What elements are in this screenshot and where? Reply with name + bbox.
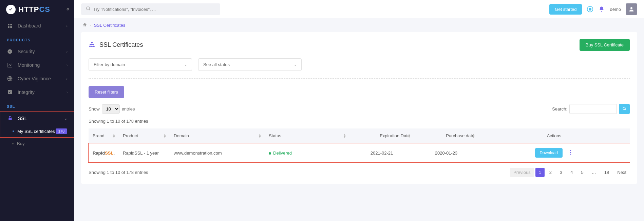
filter-status-select[interactable]: See all status ⌄ (198, 58, 302, 71)
reset-filters-button[interactable]: Reset filters (89, 86, 124, 98)
svg-point-16 (623, 107, 625, 109)
chevron-right-icon: › (67, 50, 68, 54)
pagination-page-2[interactable]: 2 (546, 168, 555, 177)
buy-ssl-button[interactable]: Buy SSL Certificate (580, 39, 630, 51)
download-button[interactable]: Download (535, 148, 563, 158)
svg-rect-0 (8, 24, 10, 25)
row-menu-icon[interactable]: ⋮ (568, 149, 573, 156)
svg-point-15 (93, 45, 95, 47)
check-square-icon (7, 89, 13, 95)
pagination-next[interactable]: Next (614, 168, 630, 177)
sidebar-section-ssl: SSL (0, 99, 74, 111)
status-text: Delivered (273, 150, 292, 156)
sidebar-item-dashboard[interactable]: Dashboard › (0, 19, 74, 33)
chevron-down-icon: ⌄ (184, 63, 187, 66)
sidebar-item-monitoring[interactable]: Monitoring › (0, 58, 74, 72)
sort-icon: ▲▼ (112, 134, 115, 138)
filter-domain-select[interactable]: Filter by domain ⌄ (89, 58, 192, 71)
svg-rect-1 (10, 24, 12, 25)
cell-purchase: 2020-01-23 (414, 143, 478, 163)
chevron-right-icon: › (67, 91, 68, 94)
collapse-sidebar-icon[interactable] (66, 7, 71, 13)
notifications-icon[interactable] (598, 6, 605, 13)
sidebar: HTTPCS Dashboard › PRODUCTS Security › M (0, 0, 74, 221)
pagination-page-5[interactable]: 5 (578, 168, 587, 177)
divider (89, 78, 630, 79)
sort-icon: ▲▼ (472, 134, 475, 138)
topbar: Get started démo (74, 0, 644, 18)
table-search-input[interactable] (569, 104, 617, 114)
svg-rect-3 (10, 26, 12, 28)
chevron-right-icon: › (67, 24, 68, 28)
column-header-purchase[interactable]: Purchase date▲▼ (414, 128, 478, 143)
pagination-page-last[interactable]: 18 (601, 168, 612, 177)
pagination-previous[interactable]: Previous (510, 168, 534, 177)
cell-product: RapidSSL - 1 year (119, 143, 170, 163)
sidebar-subitem-my-certificates[interactable]: My SSL certificates 178 (0, 125, 74, 137)
dashboard-icon (7, 23, 13, 28)
sidebar-item-cyber-vigilance[interactable]: Cyber Vigilance › (0, 72, 74, 85)
breadcrumb: · SSL Certificates (74, 18, 644, 32)
check-circle-icon (7, 49, 13, 54)
brand-logo: RapidSSL. (93, 150, 115, 156)
breadcrumb-separator: · (90, 23, 91, 28)
table-search-label: Search: (552, 106, 567, 112)
sidebar-item-label: Integrity (18, 89, 35, 95)
column-header-brand[interactable]: Brand▲▼ (89, 128, 119, 143)
filter-row: Filter by domain ⌄ See all status ⌄ (89, 58, 630, 71)
svg-point-11 (630, 7, 632, 9)
chevron-right-icon: › (67, 77, 68, 81)
select-value: See all status (203, 62, 230, 67)
logo[interactable]: HTTPCS (0, 0, 74, 19)
column-header-product[interactable]: Product▲▼ (119, 128, 170, 143)
svg-point-13 (89, 45, 91, 47)
table-info-bottom: Showing 1 to 10 of 178 entries (89, 170, 148, 175)
global-search[interactable] (81, 3, 220, 15)
chevron-right-icon: › (67, 63, 68, 67)
svg-rect-2 (8, 26, 10, 28)
pagination-ellipsis: … (588, 168, 600, 177)
pagination-page-4[interactable]: 4 (567, 168, 576, 177)
sidebar-section-products: PRODUCTS (0, 33, 74, 45)
column-header-expiration[interactable]: Expiration Date▲▼ (349, 128, 414, 143)
sidebar-item-label: Cyber Vigilance (18, 76, 51, 81)
chevron-down-icon: ⌄ (294, 63, 297, 66)
bullet-icon (13, 130, 14, 132)
bullet-icon (12, 143, 14, 144)
get-started-button[interactable]: Get started (549, 4, 582, 15)
pagination-page-1[interactable]: 1 (535, 168, 545, 177)
entries-per-page-select[interactable]: 10 (102, 104, 120, 114)
column-header-status[interactable]: Status▲▼ (265, 128, 349, 143)
svg-point-10 (589, 8, 591, 11)
sidebar-item-label: My SSL certificates (17, 129, 55, 134)
page-title: SSL Certificates (99, 41, 143, 48)
lock-icon (7, 116, 13, 121)
table-search-button[interactable] (619, 104, 630, 114)
search-input[interactable] (93, 7, 215, 12)
pagination-page-3[interactable]: 3 (556, 168, 566, 177)
sidebar-item-label: SSL (18, 116, 27, 121)
breadcrumb-current[interactable]: SSL Certificates (94, 23, 126, 28)
user-avatar[interactable] (626, 3, 637, 15)
status-dot-icon (269, 152, 271, 155)
sidebar-item-security[interactable]: Security › (0, 45, 74, 58)
entries-label: entries (122, 106, 135, 112)
table-info-top: Showing 1 to 10 of 178 entries (89, 119, 630, 124)
globe-icon (7, 76, 13, 81)
home-icon[interactable] (82, 22, 87, 28)
cell-expiration: 2021-02-21 (349, 143, 414, 163)
table-footer: Showing 1 to 10 of 178 entries Previous … (89, 168, 630, 177)
sidebar-item-ssl[interactable]: SSL ⌄ (0, 112, 74, 125)
page-header: SSL Certificates Buy SSL Certificate (89, 39, 630, 51)
sidebar-item-integrity[interactable]: Integrity › (0, 85, 74, 99)
certificates-table: Brand▲▼ Product▲▼ Domain▲▼ Status▲▼ Expi… (89, 128, 630, 162)
sidebar-subitem-buy[interactable]: Buy (0, 138, 74, 149)
sidebar-item-label: Monitoring (18, 62, 40, 68)
sidebar-item-label: Buy (17, 141, 24, 146)
column-header-domain[interactable]: Domain▲▼ (170, 128, 265, 143)
show-label: Show (89, 106, 100, 112)
sort-icon: ▲▼ (343, 134, 346, 138)
pagination: Previous 1 2 3 4 5 … 18 Next (510, 168, 630, 177)
svg-rect-7 (8, 118, 12, 120)
help-icon[interactable] (587, 6, 593, 13)
